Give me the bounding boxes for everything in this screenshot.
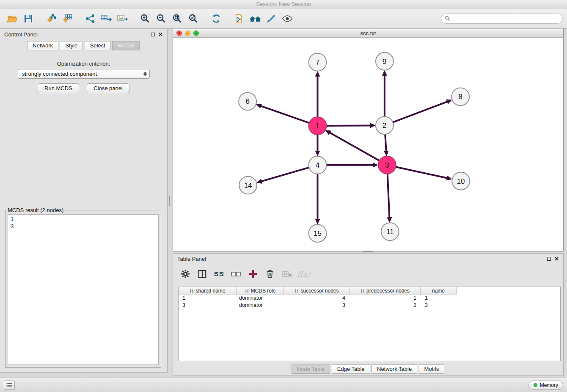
graph-node[interactable]: 2 xyxy=(376,116,394,134)
float-panel-icon[interactable] xyxy=(151,33,155,36)
table-cell[interactable]: 2 xyxy=(350,302,421,309)
refresh-icon xyxy=(211,14,221,24)
graph-node[interactable]: 9 xyxy=(376,52,394,70)
mcds-result-list[interactable]: 1 3 xyxy=(8,214,159,365)
column-label: MCDS role xyxy=(251,288,276,294)
close-panel-icon[interactable]: ✕ xyxy=(158,32,163,37)
graph-edge[interactable] xyxy=(330,133,380,161)
table-cell[interactable]: 1 xyxy=(350,295,421,302)
new-network-from-selection-button[interactable] xyxy=(231,11,247,27)
close-panel-button[interactable]: Close panel xyxy=(87,83,129,93)
graph-edge[interactable] xyxy=(326,125,370,126)
graph-node-label: 8 xyxy=(458,93,462,101)
search-input[interactable] xyxy=(452,15,559,22)
vertical-splitter[interactable] xyxy=(168,29,173,373)
column-header-predecessor-nodes[interactable]: predecessor nodes xyxy=(350,287,421,295)
function-builder-button: f(x) xyxy=(297,268,310,280)
graph-node[interactable]: 1 xyxy=(309,117,327,135)
graph-node[interactable]: 7 xyxy=(309,53,327,71)
search-box[interactable] xyxy=(441,14,563,24)
graph-edge[interactable] xyxy=(393,102,447,122)
table-cell[interactable]: 3 xyxy=(284,302,350,309)
graph-edge[interactable] xyxy=(385,134,386,151)
table-cell[interactable]: dominator xyxy=(237,295,284,302)
apply-style-button[interactable] xyxy=(263,11,279,27)
export-network-button[interactable] xyxy=(82,11,98,27)
graph-node-label: 1 xyxy=(316,122,319,130)
column-header-mcds-role[interactable]: MCDS role xyxy=(237,287,284,295)
graph-node[interactable]: 3 xyxy=(378,156,396,174)
maximize-window-button[interactable]: + xyxy=(193,30,199,36)
zoom-in-button[interactable] xyxy=(137,11,153,27)
minimize-window-button[interactable]: − xyxy=(185,30,190,36)
mcds-result-line: 1 xyxy=(11,215,156,223)
memory-button[interactable]: Memory xyxy=(528,381,563,390)
graph-node[interactable]: 10 xyxy=(452,172,470,190)
import-table-button[interactable] xyxy=(59,11,75,27)
deselect-all-button[interactable] xyxy=(230,268,242,280)
zoom-selected-button[interactable] xyxy=(185,11,201,27)
first-neighbors-button[interactable] xyxy=(247,11,263,27)
table-cell[interactable]: 3 xyxy=(421,302,457,309)
tab-node-table[interactable]: Node Table xyxy=(292,364,330,374)
table-cell[interactable]: 1 xyxy=(179,295,237,302)
create-column-button[interactable] xyxy=(247,268,259,280)
graph-node[interactable]: 14 xyxy=(239,177,257,194)
column-header-shared-name[interactable]: shared name xyxy=(179,287,237,295)
table-cell[interactable]: 1 xyxy=(421,295,457,302)
delete-column-button[interactable] xyxy=(264,268,276,280)
export-image-button[interactable] xyxy=(114,11,130,27)
apply-layout-button[interactable] xyxy=(208,11,224,27)
tab-motifs[interactable]: Motifs xyxy=(419,364,445,374)
import-table-icon xyxy=(62,14,72,24)
close-window-button[interactable]: × xyxy=(176,30,182,36)
tab-mcds[interactable]: MCDS xyxy=(112,41,139,50)
zoom-fit-button[interactable] xyxy=(169,11,185,27)
graph-node[interactable]: 11 xyxy=(381,223,399,240)
table-cell[interactable]: dominator xyxy=(237,302,284,309)
table-settings-button[interactable] xyxy=(179,268,192,280)
criterion-select[interactable]: strongly connected component xyxy=(18,69,150,79)
graph-edge[interactable] xyxy=(262,168,309,182)
graph-node[interactable]: 4 xyxy=(309,156,327,174)
import-network-button[interactable] xyxy=(43,11,59,27)
graph-node[interactable]: 15 xyxy=(309,224,327,242)
network-graph[interactable]: 7968124314101511 xyxy=(173,38,563,251)
graph-node[interactable]: 6 xyxy=(239,92,256,110)
mcds-result-group: MCDS result (2 nodes) 1 3 xyxy=(5,207,161,368)
graph-edge[interactable] xyxy=(396,167,447,178)
export-table-button[interactable] xyxy=(98,11,114,27)
tab-network-table[interactable]: Network Table xyxy=(372,364,417,374)
graph-node[interactable]: 8 xyxy=(451,88,469,106)
task-history-button[interactable] xyxy=(4,381,15,390)
save-session-button[interactable] xyxy=(20,11,36,27)
eye-icon xyxy=(282,14,293,24)
table-panel-header: Table Panel ✕ xyxy=(173,254,563,264)
graph-edge[interactable] xyxy=(388,174,390,218)
tab-network[interactable]: Network xyxy=(27,41,58,50)
zoom-out-button[interactable] xyxy=(153,11,169,27)
network-canvas[interactable]: 7968124314101511 xyxy=(173,38,563,251)
table-row[interactable]: 3 dominator 3 2 3 xyxy=(179,302,560,309)
open-file-button[interactable] xyxy=(4,11,20,27)
table-cell[interactable]: 4 xyxy=(284,295,350,302)
show-hide-button[interactable] xyxy=(279,11,295,27)
splitter-handle[interactable] xyxy=(169,196,171,206)
graph-node-label: 15 xyxy=(314,229,322,237)
delete-table-button xyxy=(281,268,293,280)
graph-edge[interactable] xyxy=(261,106,309,123)
tab-select[interactable]: Select xyxy=(85,41,111,50)
float-panel-icon[interactable] xyxy=(547,257,551,261)
tab-style[interactable]: Style xyxy=(60,41,83,50)
close-panel-icon[interactable]: ✕ xyxy=(554,256,559,262)
table-cell[interactable]: 3 xyxy=(179,302,237,309)
column-label: successor nodes xyxy=(300,288,339,294)
select-all-button[interactable] xyxy=(213,268,226,280)
table-row[interactable]: 1 dominator 4 1 1 xyxy=(179,295,560,302)
home-icon xyxy=(249,14,261,24)
column-header-successor-nodes[interactable]: successor nodes xyxy=(284,287,350,295)
show-columns-button[interactable] xyxy=(196,268,209,280)
run-mcds-button[interactable]: Run MCDS xyxy=(38,83,79,93)
tab-edge-table[interactable]: Edge Table xyxy=(332,364,370,374)
column-header-name[interactable]: name xyxy=(421,287,457,295)
